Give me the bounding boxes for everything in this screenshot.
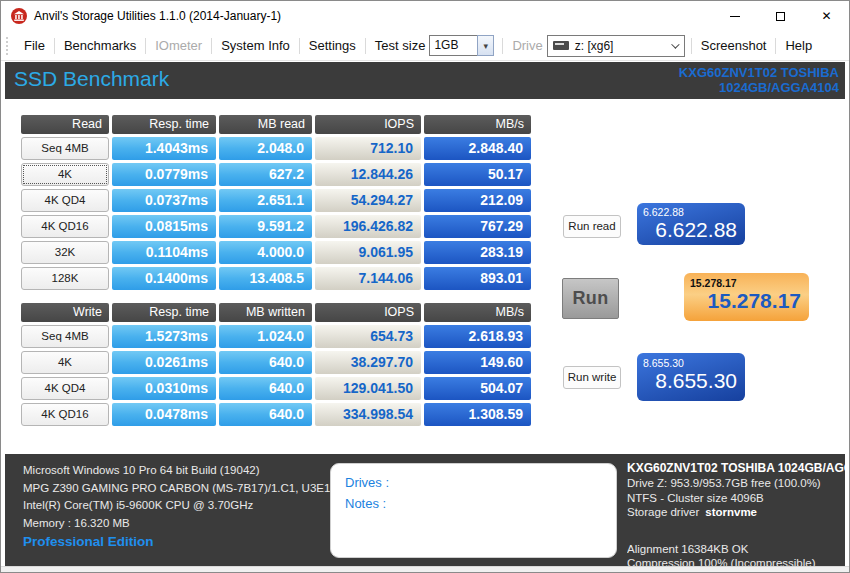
write-score-value: 8.655.30 [637, 369, 745, 392]
resp-time-cell: 0.1400ms [112, 267, 216, 290]
system-info-block: Microsoft Windows 10 Pro 64 bit Build (1… [23, 462, 330, 532]
drive-select-value: z: [xg6] [575, 39, 614, 53]
read-test-button-32k[interactable]: 32K [21, 241, 109, 264]
mb-written-cell: 640.0 [219, 377, 312, 400]
minimize-button[interactable] [712, 1, 757, 31]
run-button[interactable]: Run [562, 278, 619, 319]
mbs-cell: 2.618.93 [424, 325, 531, 348]
close-button[interactable]: ✕ [804, 1, 849, 31]
header-band: SSD Benchmark KXG60ZNV1T02 TOSHIBA 1024G… [5, 62, 845, 99]
test-size-dropdown-arrow[interactable]: ▾ [477, 35, 494, 56]
notes-label: Notes : [345, 493, 616, 514]
drive-filesystem: NTFS - Cluster size 4096B [627, 491, 850, 506]
edition-label: Professional Edition [23, 534, 154, 549]
memory-line: Memory : 16.320 MB [23, 515, 330, 533]
mb-written-cell: 640.0 [219, 351, 312, 374]
write-test-button-4k-qd4[interactable]: 4K QD4 [21, 377, 109, 400]
mb-read-cell: 4.000.0 [219, 241, 312, 264]
window-title: Anvil's Storage Utilities 1.1.0 (2014-Ja… [34, 9, 281, 23]
motherboard-line: MPG Z390 GAMING PRO CARBON (MS-7B17)/1.C… [23, 480, 330, 498]
column-header-write: Write [21, 303, 109, 322]
drive-icon [553, 41, 569, 50]
mbs-cell: 212.09 [424, 189, 531, 212]
app-logo-icon [11, 8, 27, 24]
toolbar-grip[interactable] [6, 37, 8, 55]
storage-driver-value: stornvme [705, 506, 757, 518]
menu-file[interactable]: File [15, 38, 54, 53]
resp-time-cell: 0.0478ms [112, 403, 216, 426]
page-title: SSD Benchmark [14, 67, 169, 91]
device-capacity-firmware: 1024GB/AGGA4104 [679, 80, 839, 95]
maximize-button[interactable] [758, 1, 803, 31]
write-score-box: 8.655.30 8.655.30 [637, 353, 745, 401]
iops-cell: 38.297.70 [315, 351, 421, 374]
iops-cell: 54.294.27 [315, 189, 421, 212]
menu-settings[interactable]: Settings [300, 38, 365, 53]
read-test-button-128k[interactable]: 128K [21, 267, 109, 290]
total-score-box: 15.278.17 15.278.17 [684, 273, 809, 321]
storage-driver-label: Storage driver [627, 506, 699, 518]
os-line: Microsoft Windows 10 Pro 64 bit Build (1… [23, 462, 330, 480]
drives-label: Drives : [345, 472, 616, 493]
mb-written-cell: 1.024.0 [219, 325, 312, 348]
close-icon: ✕ [821, 10, 831, 22]
iops-cell: 129.041.50 [315, 377, 421, 400]
column-header-read: Read [21, 115, 109, 134]
mbs-cell: 2.848.40 [424, 137, 531, 160]
spacer [627, 520, 850, 542]
resp-time-cell: 0.0261ms [112, 351, 216, 374]
test-size-label: Test size [366, 38, 426, 53]
drive-details-title: KXG60ZNV1T02 TOSHIBA 1024GB/AGGA4104 [627, 461, 850, 476]
column-header-iops: IOPS [315, 303, 421, 322]
read-test-button-4k[interactable]: 4K [21, 163, 109, 186]
iops-cell: 334.998.54 [315, 403, 421, 426]
menu-system-info[interactable]: System Info [212, 38, 299, 53]
mb-written-cell: 640.0 [219, 403, 312, 426]
read-results-table: Read Resp. time MB read IOPS MB/s Seq 4M… [21, 115, 531, 290]
read-test-button-seq4mb[interactable]: Seq 4MB [21, 137, 109, 160]
write-test-button-4k[interactable]: 4K [21, 351, 109, 374]
test-size-select[interactable]: 1GB [429, 35, 477, 56]
maximize-icon [776, 12, 785, 21]
menu-screenshot[interactable]: Screenshot [692, 38, 776, 53]
mbs-cell: 149.60 [424, 351, 531, 374]
column-header-mb-read: MB read [219, 115, 312, 134]
resp-time-cell: 1.4043ms [112, 137, 216, 160]
mbs-cell: 50.17 [424, 163, 531, 186]
drive-select[interactable]: z: [xg6] [547, 35, 685, 57]
notes-textbox[interactable]: Drives : Notes : [330, 463, 617, 558]
write-results-table: Write Resp. time MB written IOPS MB/s Se… [21, 303, 531, 426]
column-header-mbs: MB/s [424, 115, 531, 134]
write-score-small: 8.655.30 [637, 353, 745, 369]
write-test-button-4k-qd16[interactable]: 4K QD16 [21, 403, 109, 426]
resp-time-cell: 0.0779ms [112, 163, 216, 186]
title-bar: Anvil's Storage Utilities 1.1.0 (2014-Ja… [1, 1, 849, 31]
resp-time-cell: 0.0737ms [112, 189, 216, 212]
mbs-cell: 1.308.59 [424, 403, 531, 426]
iops-cell: 12.844.26 [315, 163, 421, 186]
read-test-button-4k-qd16[interactable]: 4K QD16 [21, 215, 109, 238]
device-name-header: KXG60ZNV1T02 TOSHIBA 1024GB/AGGA4104 [679, 65, 839, 95]
column-header-iops: IOPS [315, 115, 421, 134]
chevron-down-icon [671, 40, 679, 48]
resp-time-cell: 1.5273ms [112, 325, 216, 348]
menu-help[interactable]: Help [776, 38, 821, 53]
read-score-small: 6.622.88 [637, 203, 745, 218]
run-read-button[interactable]: Run read [563, 215, 621, 238]
write-test-button-seq4mb[interactable]: Seq 4MB [21, 325, 109, 348]
mb-read-cell: 13.408.5 [219, 267, 312, 290]
run-write-button[interactable]: Run write [563, 366, 621, 389]
column-header-resp-time: Resp. time [112, 115, 216, 134]
resp-time-cell: 0.0310ms [112, 377, 216, 400]
mb-read-cell: 9.591.2 [219, 215, 312, 238]
storage-driver-line: Storage driverstornvme [627, 505, 850, 520]
column-header-mbs: MB/s [424, 303, 531, 322]
read-test-button-4k-qd4[interactable]: 4K QD4 [21, 189, 109, 212]
column-header-mb-written: MB written [219, 303, 312, 322]
app-window: Anvil's Storage Utilities 1.1.0 (2014-Ja… [0, 0, 850, 573]
device-model: KXG60ZNV1T02 TOSHIBA [679, 65, 839, 80]
mbs-cell: 767.29 [424, 215, 531, 238]
read-score-box: 6.622.88 6.622.88 [637, 203, 745, 245]
menu-benchmarks[interactable]: Benchmarks [55, 38, 145, 53]
alignment-line: Alignment 16384KB OK [627, 542, 850, 557]
